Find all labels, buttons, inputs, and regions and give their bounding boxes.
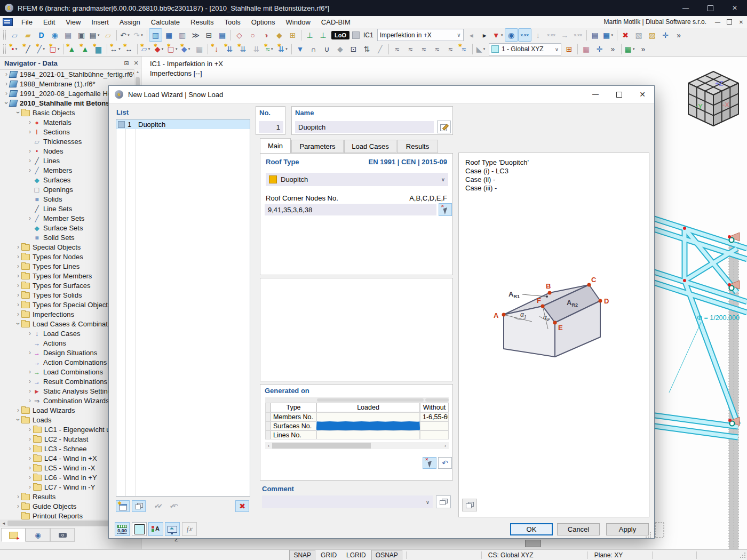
bim-network-icon[interactable]: ◉ [48,28,61,42]
status-toggle-osnap[interactable]: OSNAP [371,550,402,560]
close-icon[interactable]: ✕ [722,0,747,16]
overflow-3-icon[interactable]: » [637,43,650,56]
new-node-mesh-icon[interactable]: ∗◆▼ [153,43,166,56]
menu-item-tools[interactable]: Tools [219,17,245,28]
expander-icon[interactable]: › [27,387,33,395]
list-new-button[interactable] [116,500,130,512]
guide-line-icon[interactable]: ⊥ [303,28,316,42]
dialog-resize-grip[interactable] [645,532,651,538]
row-selector[interactable] [265,412,271,421]
new-dimension-xx-icon[interactable]: ∗↔ [122,43,136,56]
expander-icon[interactable]: › [27,454,33,462]
new-surface-support-icon[interactable]: ∗▆ [92,43,105,56]
expander-icon[interactable]: › [27,426,33,433]
expander-icon[interactable]: › [27,474,33,481]
new-template-icon[interactable]: ▱ [101,28,115,42]
edit-polygon-icon[interactable]: ◇ [233,28,246,42]
mdi-restore-icon[interactable] [724,17,735,27]
table-pick-button[interactable] [423,457,436,469]
expander-icon[interactable]: › [27,435,33,443]
list-item-duopitch[interactable]: 1Duopitch [116,119,250,129]
list-check-all-button[interactable]: ✔✔ [150,500,164,512]
list-delete-button[interactable]: ✖ [235,500,249,512]
diagram-new-icon[interactable]: ∗≈ [457,43,471,56]
expander-icon[interactable]: › [15,493,21,500]
dialog-tab-parameters[interactable]: Parameters [291,140,344,153]
expander-icon[interactable]: › [15,272,21,279]
show-reaction-values-icon[interactable]: x.xx [545,28,558,42]
overflow-icon[interactable]: » [672,28,686,42]
grid-snap-icon[interactable]: ✛ [593,43,606,56]
print-icon[interactable]: ▤▼ [88,28,101,42]
comment-combobox[interactable]: ∨ [262,495,433,508]
expander-icon[interactable]: › [27,118,33,126]
menu-item-results[interactable]: Results [185,17,219,28]
edit-circle-icon[interactable]: ○ [246,28,259,42]
restore-icon[interactable] [698,0,722,16]
comment-templates-button[interactable] [436,495,451,508]
select-mode-icon[interactable]: ◣▼ [474,43,488,56]
expander-icon[interactable]: › [15,406,21,414]
expander-icon[interactable]: › [27,157,33,164]
new-line-icon[interactable]: ∗╱ [21,43,35,56]
menu-item-window[interactable]: Window [281,17,316,28]
dialog-close-icon[interactable]: ✕ [631,86,654,103]
filter-loads-icon[interactable]: ▼▼ [491,28,505,42]
expander-icon[interactable]: › [15,301,21,308]
undo-icon[interactable]: ↶▼ [118,28,132,42]
edit-surface-icon[interactable]: ◆ [273,28,286,42]
preview-settings-button[interactable] [462,499,477,511]
surface-view-icon[interactable]: ◆ [333,43,347,56]
list-uncheck-button[interactable]: ✔↶ [166,500,180,512]
table-cell-loaded-1[interactable] [316,421,420,430]
new-imperfection-icon[interactable]: ∗≈▼ [263,43,276,56]
table-compact-icon[interactable]: ▥ [176,28,189,42]
expander-icon[interactable]: › [15,502,21,510]
menu-item-edit[interactable]: Edit [38,17,60,28]
table-cell-without-1[interactable] [420,421,449,430]
dialog-tab-results[interactable]: Results [397,140,438,153]
diagram-1-icon[interactable]: ≈ [391,43,404,56]
mdi-minimize-icon[interactable]: — [712,17,724,27]
project-manager-icon[interactable]: ▤ [61,28,75,42]
show-load-values-icon[interactable]: x.xx [518,28,531,42]
expander-icon[interactable]: › [14,321,22,327]
expander-icon[interactable]: › [15,253,21,260]
table-cell-loaded-0[interactable] [316,412,420,421]
row-selector[interactable] [265,430,271,439]
console-icon[interactable]: ≫ [189,28,202,42]
expander-icon[interactable]: › [27,330,33,337]
ok-button[interactable]: OK [510,523,553,535]
expander-icon[interactable]: › [15,243,21,251]
solid-view-icon[interactable]: ⊡ [347,43,360,56]
corner-nodes-pick-button[interactable] [439,203,452,216]
roof-type-dropdown[interactable]: Duopitch ∨ [266,173,448,186]
dialog-minimize-icon[interactable]: — [584,86,607,103]
new-surface-icon[interactable]: ∗▱▼ [139,43,153,56]
table-navigator-icon[interactable]: ▥ [149,28,162,42]
expander-icon[interactable]: › [15,262,21,270]
view-edit-icon[interactable]: ▨ [646,28,659,42]
new-nodal-load-icon[interactable]: ∗↓ [210,43,223,56]
status-toggle-lgrid[interactable]: LGRID [342,550,370,560]
line-thin-icon[interactable]: ╱ [374,43,387,56]
frame-view-icon[interactable]: ∩ [307,43,320,56]
diagram-4-icon[interactable]: ≈ [431,43,444,56]
guide-node-icon[interactable]: ⊥ [316,28,330,42]
table-cell-without-0[interactable]: 1-6,55-60,82 [420,412,449,421]
navigation-cube[interactable]: +Z -Y -X [684,68,743,130]
row-selector[interactable] [265,421,271,430]
next-case-icon[interactable]: ▸ [478,28,491,42]
table-hscrollbar[interactable]: ‹ › [265,442,449,449]
mdi-close-icon[interactable]: ✕ [735,17,747,27]
tables-icon[interactable]: ▦ [162,28,176,42]
cable-view-icon[interactable]: ∪ [320,43,333,56]
menu-item-assign[interactable]: Assign [114,17,146,28]
grid-points-icon[interactable]: ▦ [579,43,593,56]
cs-combo[interactable]: 1 - Global XYZ∨ [489,43,561,55]
table-cell-without-2[interactable] [420,430,449,439]
minimize-icon[interactable]: — [673,0,698,16]
window-resize-grip[interactable] [740,552,746,558]
menu-item-options[interactable]: Options [246,17,281,28]
node-arrows-icon[interactable]: ⇅ [360,43,374,56]
